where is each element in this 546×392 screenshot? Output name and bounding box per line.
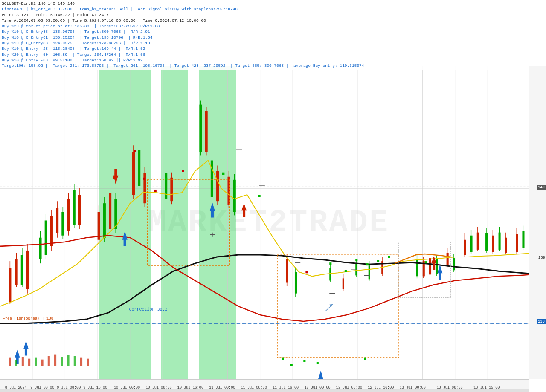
svg-rect-176 <box>67 355 70 366</box>
svg-marker-150 <box>437 265 442 280</box>
svg-marker-153 <box>113 169 118 183</box>
svg-rect-135 <box>303 360 305 362</box>
svg-rect-174 <box>54 355 56 366</box>
chart-container: SOLUSDT-Bin,H1 140 140 140 140 Line:3470… <box>0 0 546 392</box>
svg-marker-154 <box>241 203 247 217</box>
chart-svg <box>0 66 537 379</box>
high-break-label: Free_HighToBreak | 138 <box>3 317 53 321</box>
line1-text: Line:3470 | h1_atr_c0: 0.7536 | tema_h1_… <box>2 7 238 12</box>
svg-rect-142 <box>154 190 157 192</box>
svg-marker-147 <box>122 231 128 246</box>
info-line11: Target100: 158.92 || Target 261: 173.887… <box>2 63 544 69</box>
line3-text: Time A:2024.07.05 03:00:00 | Time B:2024… <box>2 18 206 23</box>
svg-rect-133 <box>282 358 284 360</box>
info-line6: Buy %10 @ C_Entry61: 130.25204 || Target… <box>2 35 544 40</box>
svg-rect-144 <box>305 271 308 273</box>
price-label-139: 139 <box>538 256 545 260</box>
info-line7: Buy %10 @ C_Entry88: 124.0275 || Target:… <box>2 40 544 46</box>
svg-rect-125 <box>222 173 224 175</box>
info-panel: SOLUSDT-Bin,H1 140 140 140 140 Line:3470… <box>0 0 546 70</box>
line5-text: Buy %10 @ C_Entry38: 135.96796 || Target… <box>2 29 150 34</box>
svg-rect-170 <box>28 359 30 366</box>
line9-text: Buy %20 @ Entry -50: 108.89 || Target:15… <box>2 52 145 57</box>
price-label-138: 138 <box>537 319 546 324</box>
svg-rect-129 <box>355 259 357 261</box>
svg-rect-172 <box>41 360 44 366</box>
line11-text: Target100: 158.92 || Target 261: 173.887… <box>2 63 364 68</box>
svg-rect-124 <box>165 178 167 180</box>
info-line10: Buy %10 @ Entry -88: 99.54108 || Target:… <box>2 58 544 63</box>
svg-marker-146 <box>23 340 29 355</box>
info-line4: Buy %20 @ Market price or at: 135.38 || … <box>2 23 544 29</box>
line8-text: Buy %10 @ Entry -23: 115.28408 || Target… <box>2 46 145 51</box>
svg-marker-149 <box>318 371 323 379</box>
line10-text: Buy %10 @ Entry -88: 99.54108 || Target:… <box>2 58 143 63</box>
chart-area: MARKET2TRADE <box>0 66 537 379</box>
svg-rect-134 <box>290 364 293 366</box>
svg-rect-126 <box>258 195 261 197</box>
svg-rect-178 <box>80 358 82 366</box>
title-line: SOLUSDT-Bin,H1 140 140 140 140 <box>2 1 544 6</box>
svg-rect-130 <box>366 263 369 265</box>
svg-rect-143 <box>182 170 184 172</box>
svg-rect-138 <box>416 264 418 266</box>
svg-rect-137 <box>364 358 366 360</box>
svg-rect-175 <box>61 357 63 366</box>
info-line5: Buy %10 @ C_Entry38: 135.96796 || Target… <box>2 29 544 35</box>
svg-rect-128 <box>345 270 347 272</box>
svg-rect-127 <box>329 262 331 265</box>
price-axis: 140 139 138 <box>529 66 546 379</box>
svg-rect-179 <box>87 359 89 366</box>
chart-title: SOLUSDT-Bin,H1 140 140 140 140 <box>2 1 75 6</box>
info-line3: Time A:2024.07.05 03:00:00 | Time B:2024… <box>2 18 544 23</box>
svg-rect-171 <box>35 358 37 366</box>
svg-rect-167 <box>9 358 11 366</box>
svg-rect-169 <box>22 357 24 366</box>
svg-marker-148 <box>210 202 215 217</box>
info-line9: Buy %20 @ Entry -50: 108.89 || Target:15… <box>2 52 544 58</box>
svg-rect-177 <box>74 356 76 366</box>
svg-rect-136 <box>317 362 319 364</box>
info-line8: Buy %10 @ Entry -23: 115.28408 || Target… <box>2 46 544 52</box>
svg-rect-141 <box>143 178 145 180</box>
svg-rect-139 <box>425 261 427 263</box>
line2-text: Point A:121 | Point B:145.22 | Point C:1… <box>2 13 109 17</box>
info-line2: Point A:121 | Point B:145.22 | Point C:1… <box>2 12 544 18</box>
scrollbar[interactable] <box>0 389 529 392</box>
svg-rect-140 <box>134 150 136 152</box>
svg-rect-131 <box>377 260 379 262</box>
line6-text: Buy %10 @ C_Entry61: 130.25204 || Target… <box>2 35 152 40</box>
correction-label: correction 38.2 <box>129 307 167 312</box>
svg-rect-173 <box>48 356 50 366</box>
line7-text: Buy %10 @ C_Entry88: 124.0275 || Target:… <box>2 41 150 46</box>
info-line1: Line:3470 | h1_atr_c0: 0.7536 | tema_h1_… <box>2 6 544 12</box>
price-label-140: 140 <box>537 185 546 190</box>
line4-text: Buy %20 @ Market price or at: 135.38 || … <box>2 24 160 29</box>
svg-rect-132 <box>388 256 390 258</box>
svg-rect-168 <box>15 360 17 366</box>
